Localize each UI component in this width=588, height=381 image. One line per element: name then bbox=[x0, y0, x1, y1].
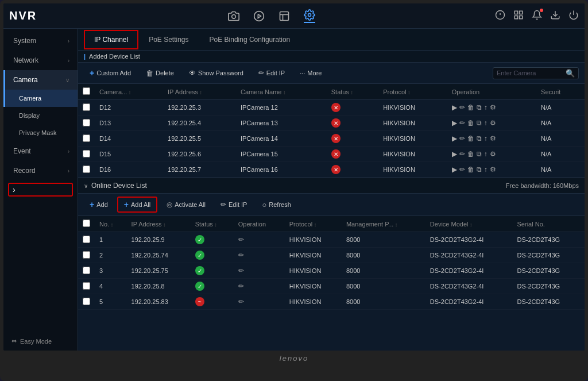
copy-icon[interactable]: ⧉ bbox=[477, 103, 482, 111]
sidebar-sub-item-display[interactable]: Display bbox=[3, 107, 78, 124]
easy-mode-icon: ⇔ bbox=[11, 337, 17, 345]
tab-ip-channel[interactable]: IP Channel bbox=[84, 30, 138, 49]
row-checkbox-cell[interactable] bbox=[78, 131, 95, 147]
top-nav-camera[interactable] bbox=[228, 10, 239, 22]
copy-icon[interactable]: ⧉ bbox=[477, 150, 482, 158]
up-arrow-icon[interactable]: ↑ bbox=[484, 166, 488, 174]
play-icon[interactable]: ▶ bbox=[452, 134, 457, 143]
online-edit-icon[interactable]: ✏ bbox=[238, 251, 244, 259]
online-row-no: 4 bbox=[95, 279, 127, 294]
delete-row-icon[interactable]: 🗑 bbox=[467, 150, 474, 158]
refresh-button[interactable]: ○ Refresh bbox=[256, 198, 296, 211]
delete-row-icon[interactable]: 🗑 bbox=[467, 103, 474, 111]
col-online-operation: Operation bbox=[234, 216, 285, 232]
online-row-checkbox[interactable] bbox=[83, 298, 90, 305]
sidebar-item-event[interactable]: Event › bbox=[3, 141, 78, 161]
search-input[interactable] bbox=[497, 70, 566, 76]
up-arrow-icon[interactable]: ↑ bbox=[484, 150, 488, 158]
online-select-all-checkbox[interactable] bbox=[83, 220, 90, 227]
row-checkbox[interactable] bbox=[83, 166, 90, 173]
row-checkbox[interactable] bbox=[83, 119, 90, 126]
online-add-button[interactable]: + Add bbox=[84, 198, 114, 211]
add-all-button[interactable]: + Add All bbox=[117, 197, 157, 213]
play-icon[interactable]: ▶ bbox=[452, 166, 457, 174]
sidebar-item-network[interactable]: Network › bbox=[3, 51, 78, 70]
gear-icon[interactable]: ⚙ bbox=[490, 134, 496, 143]
gear-icon[interactable]: ⚙ bbox=[490, 103, 496, 111]
play-icon[interactable]: ▶ bbox=[452, 150, 457, 158]
edit-ip-button[interactable]: ✏ Edit IP bbox=[253, 67, 291, 79]
delete-row-icon[interactable]: 🗑 bbox=[467, 119, 474, 127]
tab-poe-binding[interactable]: PoE Binding Configuration bbox=[199, 30, 301, 49]
row-checkbox[interactable] bbox=[83, 103, 90, 111]
online-edit-icon[interactable]: ✏ bbox=[238, 282, 244, 290]
sidebar-item-system[interactable]: System › bbox=[3, 31, 78, 51]
custom-add-button[interactable]: + Custom Add bbox=[84, 66, 137, 80]
top-nav-search[interactable] bbox=[278, 10, 290, 22]
row-checkbox[interactable] bbox=[83, 150, 90, 157]
edit-row-icon[interactable]: ✏ bbox=[459, 119, 465, 127]
top-nav-settings[interactable] bbox=[304, 9, 315, 23]
main-area: System › Network › Camera ∨ Camera Displ… bbox=[3, 29, 585, 351]
gear-icon[interactable]: ⚙ bbox=[490, 166, 496, 174]
lightbulb-icon: ◎ bbox=[167, 201, 172, 209]
info-icon[interactable] bbox=[495, 10, 505, 22]
play-icon[interactable]: ▶ bbox=[452, 103, 457, 111]
edit-row-icon[interactable]: ✏ bbox=[459, 103, 465, 111]
online-row-checkbox[interactable] bbox=[83, 236, 90, 243]
row-checkbox[interactable] bbox=[83, 134, 90, 142]
online-edit-icon[interactable]: ✏ bbox=[238, 267, 244, 275]
gear-icon[interactable]: ⚙ bbox=[490, 150, 496, 158]
edit-row-icon[interactable]: ✏ bbox=[459, 134, 465, 143]
online-row-checkbox-cell[interactable] bbox=[78, 294, 95, 310]
download-icon[interactable] bbox=[550, 10, 560, 22]
up-arrow-icon[interactable]: ↑ bbox=[484, 134, 488, 143]
online-row-checkbox-cell[interactable] bbox=[78, 263, 95, 279]
online-row-checkbox[interactable] bbox=[83, 251, 90, 259]
search-icon[interactable]: 🔍 bbox=[566, 69, 575, 78]
status-error-icon: ✕ bbox=[331, 165, 341, 174]
copy-icon[interactable]: ⧉ bbox=[477, 119, 482, 127]
select-all-checkbox[interactable] bbox=[83, 87, 90, 95]
gear-icon[interactable]: ⚙ bbox=[490, 119, 496, 127]
up-arrow-icon[interactable]: ↑ bbox=[484, 119, 488, 127]
bell-icon[interactable] bbox=[532, 10, 542, 22]
top-nav-playback[interactable] bbox=[253, 10, 265, 22]
online-row-model: DS-2CD2T43G2-4I bbox=[425, 279, 513, 294]
delete-button[interactable]: 🗑 Delete bbox=[140, 67, 180, 80]
sidebar-easy-mode[interactable]: ⇔ Easy Mode bbox=[3, 332, 78, 351]
online-row-checkbox[interactable] bbox=[83, 282, 90, 290]
row-checkbox-cell[interactable] bbox=[78, 100, 95, 116]
edit-row-icon[interactable]: ✏ bbox=[459, 150, 465, 158]
edit-row-icon[interactable]: ✏ bbox=[459, 166, 465, 174]
row-checkbox-cell[interactable] bbox=[78, 116, 95, 131]
online-row-checkbox-cell[interactable] bbox=[78, 248, 95, 263]
activate-all-button[interactable]: ◎ Activate All bbox=[161, 198, 211, 211]
copy-icon[interactable]: ⧉ bbox=[477, 166, 482, 174]
row-security: N/A bbox=[536, 131, 585, 147]
copy-icon[interactable]: ⧉ bbox=[477, 134, 482, 143]
sidebar-item-record[interactable]: Record › bbox=[3, 161, 78, 180]
tab-poe-settings[interactable]: PoE Settings bbox=[138, 30, 199, 49]
row-checkbox-cell[interactable] bbox=[78, 147, 95, 162]
show-password-button[interactable]: 👁 Show Password bbox=[183, 67, 249, 79]
online-row-checkbox-cell[interactable] bbox=[78, 279, 95, 294]
grid-icon[interactable] bbox=[513, 10, 524, 22]
play-icon[interactable]: ▶ bbox=[452, 119, 457, 127]
online-edit-icon[interactable]: ✏ bbox=[238, 236, 244, 244]
online-row-checkbox[interactable] bbox=[83, 267, 90, 274]
row-checkbox-cell[interactable] bbox=[78, 162, 95, 178]
sidebar-item-camera[interactable]: Camera ∨ bbox=[3, 70, 78, 90]
online-section-title[interactable]: ∨ Online Device List bbox=[84, 182, 147, 190]
online-edit-icon[interactable]: ✏ bbox=[238, 298, 244, 306]
delete-row-icon[interactable]: 🗑 bbox=[467, 166, 474, 174]
online-edit-ip-button[interactable]: ✏ Edit IP bbox=[215, 198, 253, 211]
sidebar-sub-item-camera[interactable]: Camera bbox=[3, 90, 78, 107]
power-icon[interactable] bbox=[568, 10, 579, 22]
record-expand-highlight[interactable]: › bbox=[8, 183, 73, 197]
more-button[interactable]: ··· More bbox=[294, 67, 327, 79]
online-row-checkbox-cell[interactable] bbox=[78, 232, 95, 248]
sidebar-sub-item-privacy-mask[interactable]: Privacy Mask bbox=[3, 124, 78, 141]
delete-row-icon[interactable]: 🗑 bbox=[467, 134, 474, 143]
up-arrow-icon[interactable]: ↑ bbox=[484, 103, 488, 111]
